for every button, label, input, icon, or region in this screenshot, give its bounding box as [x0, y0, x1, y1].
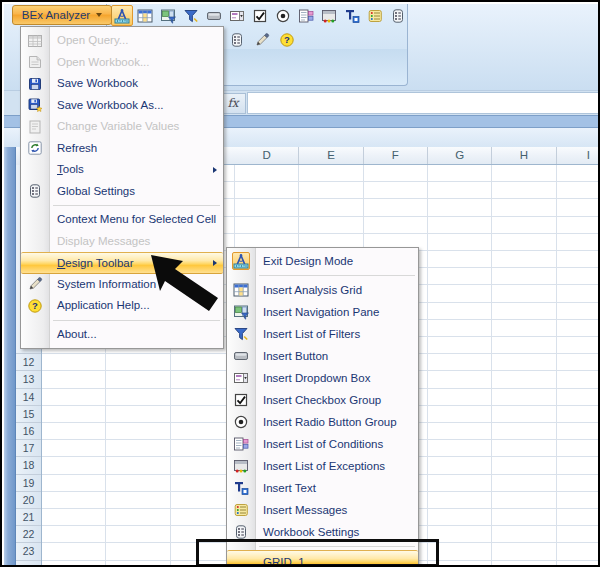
- menu-item-exit-design-mode[interactable]: Exit Design Mode: [227, 250, 418, 272]
- column-header-E[interactable]: E: [299, 147, 363, 164]
- toolbar-settings-button[interactable]: [387, 5, 409, 26]
- toolbar-dropdown-button[interactable]: [226, 5, 248, 26]
- menu-item-label: System Information: [57, 278, 156, 290]
- refresh-icon: [26, 139, 44, 157]
- menu-item-grid-1[interactable]: GRID_1: [227, 550, 418, 567]
- toolbar-button-button[interactable]: [203, 5, 225, 26]
- pen-icon: [27, 276, 43, 292]
- row-header-19[interactable]: 19: [16, 475, 41, 492]
- help-icon: [279, 32, 295, 48]
- save-as-icon: [26, 96, 44, 114]
- menu-item-insert-text[interactable]: Insert Text: [227, 477, 418, 499]
- menu-item-save-workbook-as[interactable]: Save Workbook As...: [21, 95, 223, 117]
- column-header-H[interactable]: H: [492, 147, 556, 164]
- row-header-21[interactable]: 21: [16, 509, 41, 526]
- menu-item-workbook-settings[interactable]: Workbook Settings: [227, 521, 418, 543]
- toolbar-conditions-button[interactable]: [295, 5, 317, 26]
- menu-item-insert-navigation-pane[interactable]: Insert Navigation Pane: [227, 301, 418, 323]
- menu-item-context-menu-for-selected-cell[interactable]: Context Menu for Selected Cell: [21, 209, 223, 231]
- design-mode-icon: [114, 8, 130, 24]
- toolbar-exceptions-button[interactable]: [318, 5, 340, 26]
- menu-item-label: Insert Analysis Grid: [263, 284, 362, 296]
- row-header-17[interactable]: 17: [16, 440, 41, 457]
- toolbar-help-button[interactable]: [276, 29, 298, 50]
- settings-icon: [27, 183, 43, 199]
- navigation-pane-icon: [233, 304, 249, 320]
- row-header-24[interactable]: 24: [16, 561, 41, 567]
- menu-item-display-messages[interactable]: Display Messages: [21, 231, 223, 253]
- menu-item-label: Insert Radio Button Group: [263, 416, 397, 428]
- analysis-grid-icon: [232, 281, 250, 299]
- row-header-13[interactable]: 13: [16, 371, 41, 388]
- menu-item-insert-radio-button-group[interactable]: Insert Radio Button Group: [227, 411, 418, 433]
- menu-separator: [227, 272, 418, 279]
- row-header-18[interactable]: 18: [16, 457, 41, 474]
- column-header-D[interactable]: D: [235, 147, 299, 164]
- checkbox-icon: [233, 392, 249, 408]
- menu-item-label: Insert Dropdown Box: [263, 372, 370, 384]
- toolbar-settings-button[interactable]: [226, 29, 248, 50]
- row-header-12[interactable]: 12: [16, 354, 41, 371]
- toolbar-analysis-grid-button[interactable]: [134, 5, 156, 26]
- menu-item-insert-list-of-conditions[interactable]: Insert List of Conditions: [227, 433, 418, 455]
- button-icon: [232, 347, 250, 365]
- row-header-23[interactable]: 23: [16, 543, 41, 560]
- filter-icon: [233, 326, 249, 342]
- row-header-22[interactable]: 22: [16, 526, 41, 543]
- menu-item-refresh[interactable]: Refresh: [21, 138, 223, 160]
- menu-item-insert-list-of-exceptions[interactable]: Insert List of Exceptions: [227, 455, 418, 477]
- dropdown-icon: [229, 8, 245, 24]
- menu-item-label: Global Settings: [57, 185, 135, 197]
- toolbar-messages-button[interactable]: [364, 5, 386, 26]
- menu-item-label: Design Toolbar: [57, 257, 134, 269]
- radio-icon: [232, 413, 250, 431]
- radio-icon: [233, 414, 249, 430]
- toolbar-checkbox-button[interactable]: [249, 5, 271, 26]
- menu-item-about[interactable]: About...: [21, 324, 223, 346]
- toolbar-text-button[interactable]: [341, 5, 363, 26]
- menu-item-insert-checkbox-group[interactable]: Insert Checkbox Group: [227, 389, 418, 411]
- bex-analyzer-menu-button[interactable]: BEx Analyzer: [12, 5, 112, 25]
- row-header-14[interactable]: 14: [16, 389, 41, 406]
- menu-item-open-query[interactable]: Open Query...: [21, 30, 223, 52]
- toolbar-radio-button[interactable]: [272, 5, 294, 26]
- menu-item-insert-dropdown-box[interactable]: Insert Dropdown Box: [227, 367, 418, 389]
- text-icon: [232, 479, 250, 497]
- menu-item-system-information[interactable]: System Information: [21, 274, 223, 296]
- menu-item-application-help[interactable]: Application Help...: [21, 295, 223, 317]
- row-header-20[interactable]: 20: [16, 492, 41, 509]
- button-icon: [233, 348, 249, 364]
- toolbar-navigation-pane-button[interactable]: [157, 5, 179, 26]
- column-header-F[interactable]: F: [364, 147, 428, 164]
- menu-item-save-workbook[interactable]: Save Workbook: [21, 73, 223, 95]
- menu-item-change-variable-values[interactable]: Change Variable Values: [21, 116, 223, 138]
- row-header-15[interactable]: 15: [16, 406, 41, 423]
- change-variables-icon: [26, 118, 44, 136]
- menu-item-insert-button[interactable]: Insert Button: [227, 345, 418, 367]
- row-header-16[interactable]: 16: [16, 423, 41, 440]
- column-header-I[interactable]: I: [557, 147, 600, 164]
- menu-item-label: Save Workbook As...: [57, 99, 164, 111]
- formula-input[interactable]: [247, 92, 599, 114]
- chevron-down-icon: [96, 13, 102, 17]
- menu-item-label: Insert Messages: [263, 504, 347, 516]
- pen-icon: [254, 32, 270, 48]
- menu-item-insert-list-of-filters[interactable]: Insert List of Filters: [227, 323, 418, 345]
- bex-analyzer-menu: Open Query...Open Workbook...Save Workbo…: [20, 26, 224, 349]
- open-query-icon: [27, 33, 43, 49]
- open-workbook-icon: [27, 54, 43, 70]
- column-header-G[interactable]: G: [428, 147, 492, 164]
- menu-item-open-workbook[interactable]: Open Workbook...: [21, 52, 223, 74]
- toolbar-pen-button[interactable]: [251, 29, 273, 50]
- menu-separator: [21, 202, 223, 209]
- menu-item-insert-analysis-grid[interactable]: Insert Analysis Grid: [227, 279, 418, 301]
- menu-item-design-toolbar[interactable]: Design Toolbar: [21, 252, 223, 274]
- open-query-icon: [26, 32, 44, 50]
- menu-item-global-settings[interactable]: Global Settings: [21, 181, 223, 203]
- menu-item-label: Exit Design Mode: [263, 255, 353, 267]
- design-toolbar-submenu: Exit Design ModeInsert Analysis GridInse…: [226, 247, 419, 567]
- menu-item-insert-messages[interactable]: Insert Messages: [227, 499, 418, 521]
- toolbar-filter-button[interactable]: [180, 5, 202, 26]
- toolbar-design-mode-button[interactable]: [111, 5, 133, 26]
- menu-item-tools[interactable]: Tools: [21, 159, 223, 181]
